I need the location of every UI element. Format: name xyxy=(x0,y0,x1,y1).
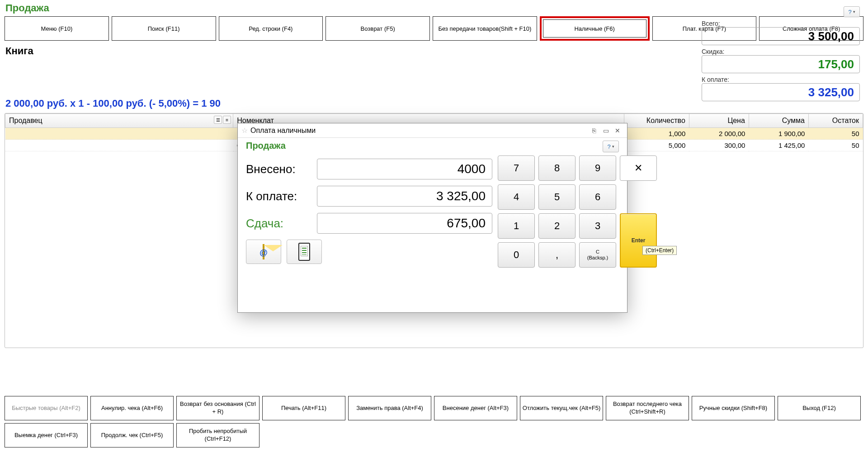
dialog-help-button[interactable]: ? xyxy=(603,141,619,152)
total-label: Всего: xyxy=(702,20,860,27)
col-price[interactable]: Цена xyxy=(689,114,749,128)
bottom-button[interactable]: Возврат последнего чека (Ctrl+Shift+R) xyxy=(606,396,689,420)
col-rest[interactable]: Остаток xyxy=(808,114,863,128)
bottom-button: Быстрые товары (Alt+F2) xyxy=(5,396,88,420)
top-button-без[interactable]: Без передачи товаров(Shift + F10) xyxy=(433,16,537,41)
bottom-button[interactable]: Заменить права (Alt+F4) xyxy=(348,396,431,420)
key-6[interactable]: 6 xyxy=(579,184,616,210)
dialog-sale-label: Продажа xyxy=(246,141,619,151)
key-0[interactable]: 0 xyxy=(498,242,535,268)
due-label: К оплате: xyxy=(702,76,860,83)
key-8[interactable]: 8 xyxy=(538,155,576,181)
enter-tooltip: (Ctrl+Enter) xyxy=(642,246,677,255)
col-qty[interactable]: Количество xyxy=(624,114,689,128)
change-label: Сдача: xyxy=(246,217,311,231)
numeric-keypad: 7 8 9 ✕ 4 5 6 1 2 3 Enter 0 , C (Backsp.… xyxy=(498,155,657,268)
bottom-button-rows: Быстрые товары (Alt+F2)Аннулир. чека (Al… xyxy=(5,393,863,447)
discount-label: Скидка: xyxy=(702,48,860,55)
bottom-button[interactable]: Пробить непробитый (Ctrl+F12) xyxy=(176,423,259,447)
key-9[interactable]: 9 xyxy=(579,155,616,181)
entered-label: Внесено: xyxy=(246,162,311,176)
key-comma[interactable]: , xyxy=(538,242,576,268)
dialog-due-input xyxy=(317,186,492,207)
cash-payment-dialog: ☆ Оплата наличными ⎘ ▭ ✕ ? Продажа Внесе… xyxy=(237,123,627,313)
totals-panel: Всего: 3 500,00 Скидка: 175,00 К оплате:… xyxy=(702,17,860,101)
col-sum[interactable]: Сумма xyxy=(749,114,808,128)
change-input xyxy=(317,213,492,234)
key-1[interactable]: 1 xyxy=(498,213,535,239)
total-value: 3 500,00 xyxy=(702,27,860,45)
top-button-меню[interactable]: Меню (F10) xyxy=(5,16,109,41)
bottom-button[interactable]: Продолж. чек (Ctrl+F5) xyxy=(90,423,174,447)
seller-select-icon[interactable]: ☰ xyxy=(214,116,222,124)
send-sms-button[interactable] xyxy=(287,240,322,264)
send-email-button[interactable]: @ xyxy=(246,240,281,264)
top-button-поиск[interactable]: Поиск (F11) xyxy=(112,16,216,41)
dialog-titlebar[interactable]: ☆ Оплата наличными ⎘ ▭ ✕ xyxy=(238,123,627,138)
key-backspace[interactable]: C (Backsp.) xyxy=(579,242,616,268)
close-icon[interactable]: ✕ xyxy=(612,126,623,136)
bottom-button[interactable]: Внесение денег (Alt+F3) xyxy=(434,396,517,420)
key-2[interactable]: 2 xyxy=(538,213,576,239)
bottom-button[interactable]: Ручные скидки (Shift+F8) xyxy=(692,396,775,420)
key-enter[interactable]: Enter xyxy=(620,213,657,268)
help-button[interactable]: ? xyxy=(844,6,860,17)
seller-list-icon[interactable]: ≡ xyxy=(223,116,231,124)
key-7[interactable]: 7 xyxy=(498,155,535,181)
dialog-due-label: К оплате: xyxy=(246,189,311,203)
page-title: Продажа xyxy=(0,0,868,16)
bottom-button[interactable]: Выемка денег (Ctrl+F3) xyxy=(5,423,88,447)
top-button-ред.[interactable]: Ред. строки (F4) xyxy=(219,16,323,41)
dialog-title: Оплата наличными xyxy=(250,127,588,135)
key-3[interactable]: 3 xyxy=(579,213,616,239)
entered-input[interactable] xyxy=(317,159,492,179)
top-button-наличные[interactable]: Наличные (F6) xyxy=(540,16,650,41)
bottom-button[interactable]: Отложить текущ.чек (Alt+F5) xyxy=(520,396,603,420)
favorite-icon[interactable]: ☆ xyxy=(241,126,248,135)
bottom-button[interactable]: Аннулир. чека (Alt+F6) xyxy=(90,396,174,420)
key-clear[interactable]: ✕ xyxy=(620,155,657,181)
due-value: 3 325,00 xyxy=(702,83,860,101)
top-button-возврат[interactable]: Возврат (F5) xyxy=(326,16,430,41)
key-5[interactable]: 5 xyxy=(538,184,576,210)
bottom-button[interactable]: Печать (Alt+F11) xyxy=(262,396,345,420)
phone-icon xyxy=(298,243,310,261)
link-icon[interactable]: ⎘ xyxy=(588,126,600,136)
at-sign-icon: @ xyxy=(259,248,268,258)
col-seller[interactable]: Продавец ☰ ≡ xyxy=(5,114,233,128)
key-4[interactable]: 4 xyxy=(498,184,535,210)
bottom-button[interactable]: Возврат без основания (Ctrl + R) xyxy=(176,396,259,420)
bottom-button[interactable]: Выход (F12) xyxy=(778,396,861,420)
maximize-icon[interactable]: ▭ xyxy=(600,126,612,136)
discount-value: 175,00 xyxy=(702,55,860,73)
